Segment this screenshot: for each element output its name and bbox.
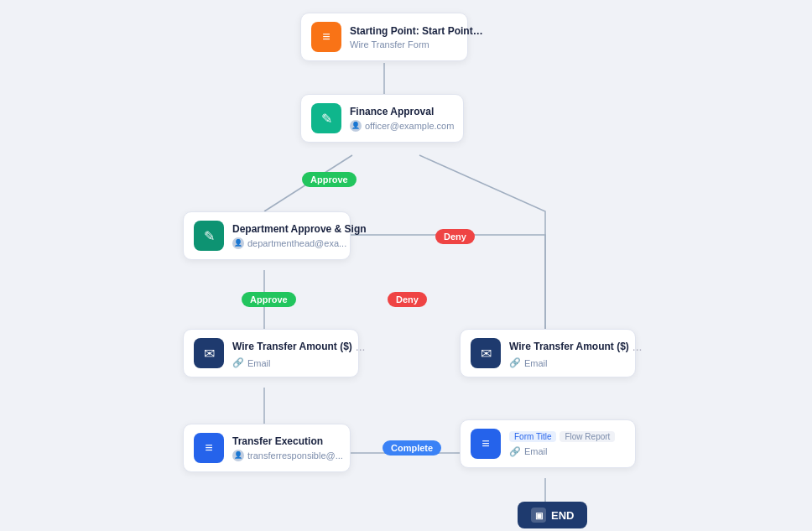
email-right-title: Wire Transfer Amount ($): [509, 341, 629, 352]
user-icon-3: 👤: [232, 450, 244, 461]
deny-badge-2: Deny: [388, 292, 427, 307]
form-title-tag: Form Title: [509, 431, 556, 442]
dept-content: Department Approve & Sign 👤 departmenthe…: [232, 223, 367, 249]
email-left-node[interactable]: ✉ Wire Transfer Amount ($) ... 🔗 Email: [183, 329, 359, 377]
email-right-subtitle: 🔗 Email: [509, 357, 643, 368]
workflow-canvas: ≡ Starting Point: Start Point: Tr... Wir…: [0, 0, 812, 531]
finance-title: Finance Approval: [350, 106, 454, 117]
email-right-node[interactable]: ✉ Wire Transfer Amount ($) ... 🔗 Email: [460, 329, 636, 377]
dept-node[interactable]: ✎ Department Approve & Sign 👤 department…: [183, 211, 351, 260]
finance-subtitle: 👤 officer@example.com: [350, 120, 454, 132]
email-right-content: Wire Transfer Amount ($) ... 🔗 Email: [509, 338, 645, 368]
email-left-icon: ✉: [194, 338, 224, 368]
email-left-subtitle: 🔗 Email: [232, 357, 367, 368]
start-title: Starting Point: Start Point: Tr...: [350, 25, 484, 37]
dept-subtitle: 👤 departmenthead@exa...: [232, 237, 367, 249]
report-icon: ≡: [471, 429, 501, 459]
end-label: END: [551, 509, 574, 522]
report-tags: Form Title Flow Report: [509, 431, 615, 442]
user-icon: 👤: [350, 120, 362, 132]
email-right-menu[interactable]: ...: [629, 338, 646, 355]
approve-badge-1: Approve: [302, 172, 357, 187]
report-subtitle: 🔗 Email: [509, 446, 615, 457]
transfer-content: Transfer Execution 👤 transferresponsible…: [232, 435, 343, 461]
email-right-icon: ✉: [471, 338, 501, 368]
email-left-menu[interactable]: ...: [352, 338, 369, 355]
approve-badge-2: Approve: [242, 292, 296, 307]
end-node: ▣ END: [518, 502, 587, 528]
email-left-title: Wire Transfer Amount ($): [232, 341, 352, 352]
report-node[interactable]: ≡ Form Title Flow Report 🔗 Email: [460, 419, 636, 468]
start-subtitle: Wire Transfer Form: [350, 39, 484, 49]
email-left-content: Wire Transfer Amount ($) ... 🔗 Email: [232, 338, 368, 368]
finance-icon: ✎: [311, 103, 341, 133]
finance-node[interactable]: ✎ Finance Approval 👤 officer@example.com: [300, 94, 464, 143]
transfer-title: Transfer Execution: [232, 435, 343, 447]
start-icon: ≡: [311, 22, 341, 52]
end-icon: ▣: [531, 508, 546, 523]
transfer-subtitle: 👤 transferresponsible@...: [232, 450, 343, 461]
deny-badge-1: Deny: [435, 229, 475, 244]
start-node[interactable]: ≡ Starting Point: Start Point: Tr... Wir…: [300, 13, 468, 61]
transfer-node[interactable]: ≡ Transfer Execution 👤 transferresponsib…: [183, 424, 351, 472]
dept-title: Department Approve & Sign: [232, 223, 367, 235]
flow-report-tag: Flow Report: [560, 431, 615, 442]
complete-badge: Complete: [383, 440, 441, 456]
dept-icon: ✎: [194, 221, 224, 251]
finance-content: Finance Approval 👤 officer@example.com: [350, 106, 454, 132]
transfer-icon: ≡: [194, 433, 224, 463]
start-content: Starting Point: Start Point: Tr... Wire …: [350, 25, 484, 49]
report-content: Form Title Flow Report 🔗 Email: [509, 431, 615, 457]
user-icon-2: 👤: [232, 237, 244, 249]
